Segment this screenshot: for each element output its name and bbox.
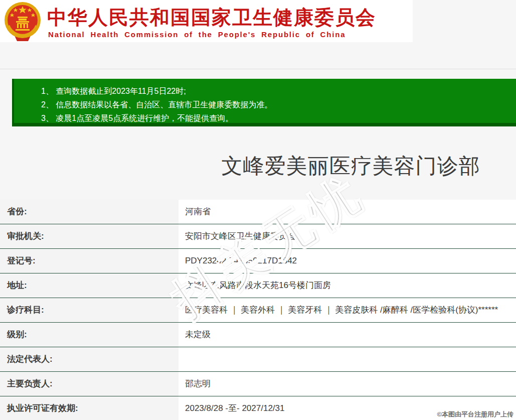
row-label: 地址: [0,273,179,298]
table-row-medical-subjects: 诊疗科目: 医疗美容科 ｜ 美容外科 ｜ 美容牙科 ｜ 美容皮肤科 /麻醉科 /… [0,298,516,323]
table-row-legal-representative: 法定代表人: [0,347,516,372]
site-header: 中华人民共和国国家卫生健康委员会 National Health Commiss… [0,0,413,42]
table-row-approval-authority: 审批机关: 安阳市文峰区卫生健康委员会 [0,224,516,249]
national-emblem-icon [3,2,42,42]
nhc-query-result-page: 中华人民共和国国家卫生健康委员会 National Health Commiss… [0,0,516,420]
notice-line-3: 3、 凌晨1点至凌晨5点系统进行维护，不能提供查询。 [41,111,511,125]
table-row-province: 省份: 河南省 [0,200,516,224]
row-label: 法定代表人: [0,347,179,371]
site-title-chinese: 中华人民共和国国家卫生健康委员会 [47,4,376,31]
header-divider [0,69,516,69]
table-row-person-in-charge: 主要负责人: 邵志明 [0,372,516,396]
table-row-level: 级别: 未定级 [0,323,516,347]
row-label: 审批机关: [0,224,179,248]
row-label: 省份: [0,200,179,224]
row-value [179,347,516,371]
site-title-english: National Health Commission of the People… [48,30,346,39]
row-label: 级别: [0,323,179,347]
image-attribution: ©本图由平台注册用户上传 [437,410,513,419]
table-row-registration-number: 登记号: PDY23242-741050217D1542 [0,249,516,273]
notice-line-2: 2、 信息数据结果以各省、自治区、直辖市卫生健康委数据为准。 [41,98,511,111]
table-row-address: 地址: 文峰区东风路南段水天苑16号楼门面房 [0,273,516,298]
institution-name-title: 文峰爱美丽医疗美容门诊部 [186,152,516,180]
details-table: 省份: 河南省 审批机关: 安阳市文峰区卫生健康委员会 登记号: PDY2324… [0,200,516,420]
row-label: 执业许可证有效期: [0,396,179,420]
notice-banner: 1、 查询数据截止到2023年11月5日22时; 2、 信息数据结果以各省、自治… [12,79,516,126]
row-value: 文峰区东风路南段水天苑16号楼门面房 [179,273,516,298]
row-label: 诊疗科目: [0,298,179,322]
row-value: 邵志明 [179,372,516,396]
row-value: 安阳市文峰区卫生健康委员会 [179,224,516,248]
row-value: 河南省 [179,200,516,224]
row-value: 未定级 [179,323,516,347]
notice-line-1: 1、 查询数据截止到2023年11月5日22时; [41,84,511,98]
row-label: 登记号: [0,249,179,273]
row-value: PDY23242-741050217D1542 [179,249,516,273]
row-value: 医疗美容科 ｜ 美容外科 ｜ 美容牙科 ｜ 美容皮肤科 /麻醉科 /医学检验科(… [179,298,516,322]
row-label: 主要负责人: [0,372,179,396]
